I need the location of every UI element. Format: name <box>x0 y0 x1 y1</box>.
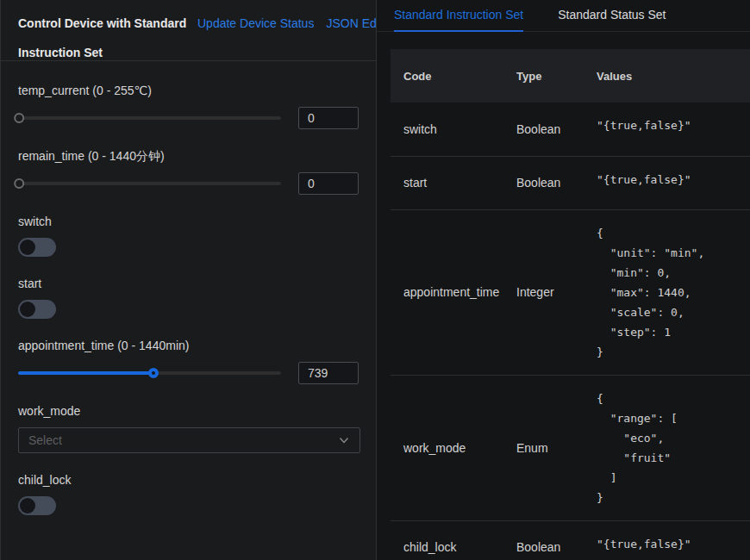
field-work-mode: work_mode Select <box>18 403 359 453</box>
slider-track <box>18 182 281 185</box>
start-toggle[interactable] <box>18 300 56 319</box>
values-json: "{true,false}" <box>597 534 747 554</box>
toggle-knob-icon <box>20 302 35 317</box>
chevron-down-icon <box>338 434 350 446</box>
code-cell: work_mode <box>391 375 516 520</box>
values-json: { "unit": "min", "min": 0, "max": 1440, … <box>597 223 747 362</box>
field-temp-current: temp_current (0 - 255℃) <box>18 83 359 129</box>
slider-fill <box>18 371 153 375</box>
appointment-time-input[interactable] <box>298 362 359 384</box>
child-lock-toggle[interactable] <box>18 496 56 515</box>
toggle-knob-icon <box>20 240 35 255</box>
slider-thumb[interactable] <box>148 368 159 378</box>
values-json: "{true,false}" <box>597 170 747 190</box>
control-panel: Control Device with Standard Instruction… <box>0 0 377 560</box>
field-child-lock: child_lock <box>18 472 359 515</box>
tab-bar: Standard Instruction Set Standard Status… <box>377 0 750 32</box>
type-cell: Enum <box>516 375 597 520</box>
control-panel-body: temp_current (0 - 255℃) remain_time (0 -… <box>1 61 376 560</box>
column-header-values: Values <box>597 49 750 103</box>
work-mode-select[interactable]: Select <box>18 427 360 453</box>
table-row: start Boolean "{true,false}" <box>391 156 750 209</box>
type-cell: Boolean <box>516 103 597 156</box>
field-switch: switch <box>18 214 359 257</box>
device-debug-page: Control Device with Standard Instruction… <box>0 0 750 560</box>
switch-toggle[interactable] <box>18 238 56 257</box>
appointment-time-label: appointment_time (0 - 1440min) <box>18 338 359 353</box>
code-cell: start <box>391 156 516 209</box>
table-row: appointment_time Integer { "unit": "min"… <box>391 209 750 375</box>
appointment-time-slider[interactable] <box>18 362 281 384</box>
values-cell: "{true,false}" <box>597 520 750 560</box>
values-cell: { "range": [ "eco", "fruit" ] } <box>597 375 750 520</box>
field-remain-time: remain_time (0 - 1440分钟) <box>18 148 359 195</box>
code-cell: appointment_time <box>391 209 516 375</box>
table-row: child_lock Boolean "{true,false}" <box>391 520 750 560</box>
remain-time-label: remain_time (0 - 1440分钟) <box>18 148 359 164</box>
table-header-row: Code Type Values <box>391 49 750 103</box>
select-placeholder: Select <box>28 433 338 447</box>
values-cell: "{true,false}" <box>597 156 750 209</box>
table-row: switch Boolean "{true,false}" <box>391 103 750 156</box>
slider-track <box>18 116 281 120</box>
switch-label: switch <box>18 214 359 229</box>
tab-standard-instruction-set[interactable]: Standard Instruction Set <box>394 0 523 32</box>
panel-links: Update Device Status JSON Editing <box>197 9 398 38</box>
slider-thumb[interactable] <box>14 178 24 189</box>
start-label: start <box>18 276 359 291</box>
toggle-knob-icon <box>20 498 35 513</box>
instruction-table: Code Type Values switch Boolean "{true,f… <box>391 49 750 560</box>
slider-thumb[interactable] <box>14 113 24 123</box>
panel-title: Control Device with Standard Instruction… <box>18 9 187 67</box>
remain-time-slider[interactable] <box>18 172 281 195</box>
code-cell: switch <box>391 103 516 156</box>
work-mode-label: work_mode <box>18 403 359 419</box>
temp-current-input[interactable] <box>298 107 359 129</box>
field-appointment-time: appointment_time (0 - 1440min) <box>18 338 359 384</box>
field-start: start <box>18 276 359 319</box>
type-cell: Integer <box>516 209 597 375</box>
temp-current-label: temp_current (0 - 255℃) <box>18 83 359 98</box>
child-lock-label: child_lock <box>18 472 359 488</box>
tab-standard-status-set[interactable]: Standard Status Set <box>558 0 666 32</box>
update-device-status-link[interactable]: Update Device Status <box>197 9 314 38</box>
table-row: work_mode Enum { "range": [ "eco", "frui… <box>391 375 750 520</box>
values-json: { "range": [ "eco", "fruit" ] } <box>597 389 747 507</box>
values-cell: "{true,false}" <box>597 103 750 156</box>
values-cell: { "unit": "min", "min": 0, "max": 1440, … <box>597 209 750 375</box>
code-cell: child_lock <box>391 520 516 560</box>
instruction-set-panel: Standard Instruction Set Standard Status… <box>377 0 750 560</box>
type-cell: Boolean <box>516 520 597 560</box>
column-header-type: Type <box>516 49 597 103</box>
type-cell: Boolean <box>516 156 597 209</box>
column-header-code: Code <box>391 49 516 103</box>
values-json: "{true,false}" <box>597 115 747 135</box>
remain-time-input[interactable] <box>298 172 359 195</box>
temp-current-slider[interactable] <box>18 107 281 129</box>
control-panel-header: Control Device with Standard Instruction… <box>1 0 376 61</box>
